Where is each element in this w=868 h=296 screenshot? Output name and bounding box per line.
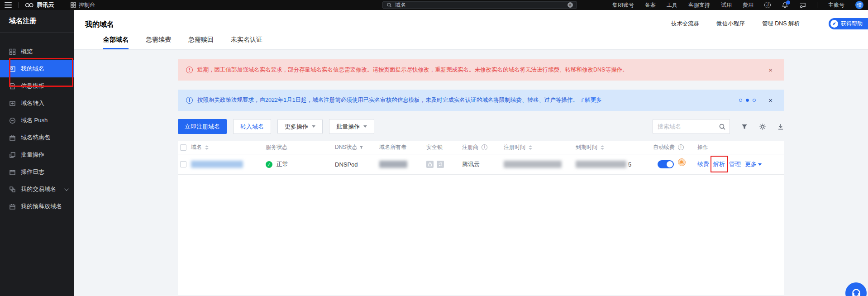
close-info-icon[interactable]: × [768,97,773,104]
tab-bar: 全部域名 急需续费 急需赎回 未实名认证 [103,36,262,49]
package-icon [9,134,16,141]
get-help-button[interactable]: 获得帮助 [829,18,868,29]
domain-search-box [653,119,730,134]
download-icon[interactable] [777,123,784,130]
carousel-dot-1[interactable] [739,99,742,102]
sidebar-item-operation-logs[interactable]: 操作日志 [0,163,74,181]
nav-billing[interactable]: 费用 [743,1,754,9]
nav-trial[interactable]: 试用 [721,1,732,9]
carousel-dots [739,99,756,102]
transfer-lock-icon[interactable] [426,161,434,168]
caret-down-icon [758,163,762,166]
sidebar-item-my-domains[interactable]: 我的域名 [0,60,74,77]
expiry-visible-digit: 5 [628,161,631,168]
sort-domain-icon[interactable] [205,145,209,150]
sidebar-item-domain-transfer-in[interactable]: 域名转入 [0,95,74,112]
sidebar-item-prerelease-domains[interactable]: 我的预释放域名 [0,198,74,215]
learn-more-link[interactable]: 了解更多 [579,96,602,104]
compass-icon [830,20,838,28]
gear-icon[interactable] [759,123,766,130]
clear-search-icon[interactable]: × [568,2,573,8]
status-text: 正常 [277,160,288,168]
global-search-input[interactable]: 域名 × [382,1,577,9]
manage-dns-link[interactable]: 管理 DNS 解析 [762,20,800,28]
console-link[interactable]: 控制台 [71,1,95,9]
wechat-miniprogram-link[interactable]: 微信小程序 [716,20,745,28]
table-row: ✓ 正常 DNSPod 腾讯云 [178,154,784,175]
sidebar-item-trading-domains[interactable]: 我的交易域名 [0,181,74,198]
more-link[interactable]: 更多 [745,160,762,168]
batch-actions-dropdown[interactable]: 批量操作 [329,119,374,134]
caret-down-icon [312,125,315,128]
prerelease-icon [9,203,16,210]
search-icon [386,2,392,8]
sort-regtime-icon[interactable] [529,145,532,150]
sort-expiry-icon[interactable] [601,145,604,150]
sidebar: 域名注册 概览 我的域名 信 [0,10,74,296]
nav-tools[interactable]: 工具 [667,1,677,9]
registrar-info-icon[interactable]: i [482,144,487,150]
tab-not-verified[interactable]: 未实名认证 [231,36,262,49]
tab-urgent-redeem[interactable]: 急需赎回 [188,36,214,49]
manage-link[interactable]: 管理 [729,160,741,168]
page-header: 我的域名 技术交流群 微信小程序 管理 DNS 解析 获得帮助 全部域名 急需续… [74,10,868,50]
table-header-row: 域名 服务状态 DNS状态 域名所有者 安全锁 注册商 i 注册时间 到期时间 [178,141,784,154]
row-checkbox[interactable] [180,161,186,167]
hamburger-menu-icon[interactable] [5,2,12,8]
row-actions: 续费 解析 管理 更多 [697,160,784,168]
sidebar-item-info-templates[interactable]: 信息模板 [0,77,74,95]
warning-text: 近期，因工信部加强域名实名要求，部分存量域名实名信息需要修改。请按页面提示尽快修… [197,66,628,74]
search-icon[interactable] [719,123,726,130]
divider [817,2,817,8]
divider [18,2,19,8]
nav-icp-filing[interactable]: 备案 [645,1,656,9]
logs-icon [9,169,16,176]
carousel-dot-3[interactable] [753,99,756,102]
resolve-link[interactable]: 解析 [713,160,725,168]
transfer-in-icon [9,100,16,107]
infinity-logo-icon [25,3,34,8]
redacted-owner [379,161,407,168]
my-domains-icon [9,66,16,72]
renew-link[interactable]: 续费 [697,160,709,168]
filter-dns-icon[interactable] [359,145,364,150]
overview-icon [9,48,16,55]
warning-banner: ! 近期，因工信部加强域名实名要求，部分存量域名实名信息需要修改。请按页面提示尽… [178,59,784,81]
batch-icon [9,152,16,158]
transfer-domain-button[interactable]: 转入域名 [233,119,271,134]
nav-group-account[interactable]: 集团账号 [612,1,634,9]
autorenew-info-icon[interactable]: i [678,144,684,150]
sidebar-item-domain-push[interactable]: 域名 Push [0,112,74,129]
tencent-cloud-logo[interactable]: 腾讯云 [25,1,54,9]
tab-all-domains[interactable]: 全部域名 [103,36,129,49]
sidebar-item-overview[interactable]: 概览 [0,43,74,60]
page-title: 我的域名 [85,20,114,29]
select-all-checkbox[interactable] [180,144,186,151]
top-bar: 腾讯云 控制台 域名 × 集团账号 备案 工具 客服支持 试用 费用 J [0,0,868,10]
close-warning-icon[interactable]: × [768,67,773,73]
register-domain-button[interactable]: 立即注册域名 [178,119,227,134]
autorenew-toggle[interactable] [658,160,674,168]
domain-search-input[interactable] [658,123,717,130]
more-actions-dropdown[interactable]: 更多操作 [277,119,323,134]
template-icon [9,83,16,90]
sidebar-item-domain-package[interactable]: 域名特惠包 [0,129,74,146]
filter-icon[interactable] [741,123,748,130]
info-text: 按照相关政策法规要求，自2022年1月1日起，域名注册前必须使用已实名审核的信息… [197,96,578,104]
circled-j-icon[interactable]: J [764,2,771,8]
avatar[interactable]: 惜 [855,1,863,9]
nav-support[interactable]: 客服支持 [688,1,710,9]
content-area: ! 近期，因工信部加强域名实名要求，部分存量域名实名信息需要修改。请按页面提示尽… [74,50,868,296]
sidebar-item-batch-operations[interactable]: 批量操作 [0,146,74,163]
notification-bell-icon[interactable] [782,2,788,9]
update-lock-icon[interactable] [437,161,444,168]
domains-table: 域名 服务状态 DNS状态 域名所有者 安全锁 注册商 i 注册时间 到期时间 [178,141,784,295]
info-banner: i 按照相关政策法规要求，自2022年1月1日起，域名注册前必须使用已实名审核的… [178,90,784,111]
main-account-label[interactable]: 主账号 [828,1,844,9]
redacted-expiry-time [576,161,626,168]
push-icon [9,117,16,124]
carousel-dot-2[interactable] [746,99,749,102]
tech-group-link[interactable]: 技术交流群 [671,20,700,28]
tab-urgent-renewal[interactable]: 急需续费 [146,36,171,49]
console-settings-icon[interactable] [799,2,806,9]
